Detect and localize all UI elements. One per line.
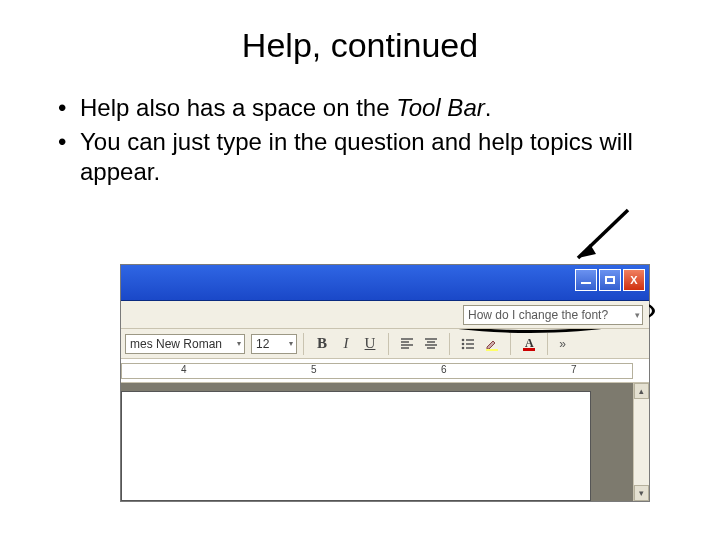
separator [449, 333, 450, 355]
font-name-select[interactable]: mes New Roman ▾ [125, 334, 245, 354]
separator [547, 333, 548, 355]
separator [303, 333, 304, 355]
scroll-down-button[interactable]: ▾ [634, 485, 649, 501]
minimize-button[interactable] [575, 269, 597, 291]
scroll-up-button[interactable]: ▴ [634, 383, 649, 399]
bullet-list: Help also has a space on the Tool Bar. Y… [58, 93, 690, 187]
page [121, 391, 591, 501]
svg-point-10 [462, 338, 465, 341]
menubar: How do I change the font? ▾ [121, 301, 649, 329]
page-title: Help, continued [30, 26, 690, 65]
highlight-button[interactable] [481, 333, 503, 355]
ruler: 4 5 6 7 [121, 359, 649, 383]
bold-button[interactable]: B [311, 333, 333, 355]
align-center-button[interactable] [420, 333, 442, 355]
chevron-down-icon[interactable]: ▾ [237, 339, 241, 348]
vertical-scrollbar[interactable]: ▴ ▾ [633, 383, 649, 501]
separator [510, 333, 511, 355]
document-area: ▴ ▾ [121, 383, 649, 501]
font-size-select[interactable]: 12 ▾ [251, 334, 297, 354]
chevron-down-icon[interactable]: ▾ [289, 339, 293, 348]
word-screenshot: X How do I change the font? ▾ mes New Ro… [120, 264, 650, 502]
bullets-button[interactable] [457, 333, 479, 355]
titlebar: X [121, 265, 649, 301]
align-left-button[interactable] [396, 333, 418, 355]
separator [388, 333, 389, 355]
toolbar-overflow-button[interactable]: » [554, 337, 572, 351]
annotation-arrow [566, 206, 636, 266]
list-item: Help also has a space on the Tool Bar. [58, 93, 690, 123]
list-item: You can just type in the question and he… [58, 127, 690, 187]
italic-button[interactable]: I [335, 333, 357, 355]
svg-point-12 [462, 346, 465, 349]
svg-text:A: A [525, 336, 534, 350]
chevron-down-icon[interactable]: ▾ [635, 310, 640, 320]
help-search-text: How do I change the font? [468, 308, 608, 322]
formatting-toolbar: mes New Roman ▾ 12 ▾ B I U A » [121, 329, 649, 359]
help-search-input[interactable]: How do I change the font? ▾ [463, 305, 643, 325]
underline-button[interactable]: U [359, 333, 381, 355]
svg-point-11 [462, 342, 465, 345]
svg-rect-16 [486, 349, 498, 351]
close-button[interactable]: X [623, 269, 645, 291]
svg-rect-18 [523, 348, 535, 351]
font-color-button[interactable]: A [518, 333, 540, 355]
maximize-button[interactable] [599, 269, 621, 291]
svg-marker-1 [578, 244, 596, 258]
